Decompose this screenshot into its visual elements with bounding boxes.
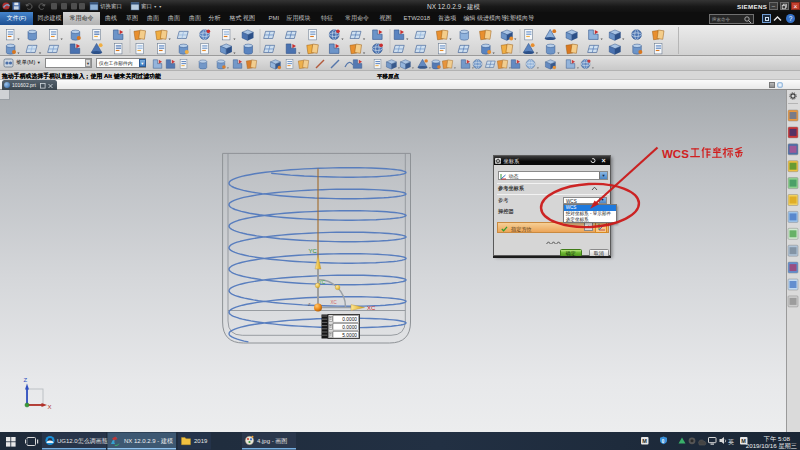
svg-text:YC: YC: [309, 248, 318, 254]
svg-text:0.0000: 0.0000: [342, 325, 357, 330]
svg-text:XC: XC: [367, 305, 376, 311]
svg-text:NX 12.0.2.9 - 建模: NX 12.0.2.9 - 建模: [124, 438, 173, 445]
svg-text:5.0000: 5.0000: [342, 333, 357, 338]
svg-text:4.jpg - 画图: 4.jpg - 画图: [257, 438, 287, 445]
svg-text:Z: Z: [24, 377, 28, 383]
svg-text:2019/10/16 星期三: 2019/10/16 星期三: [746, 442, 797, 449]
svg-text:0.0000: 0.0000: [342, 317, 357, 322]
svg-text:X: X: [48, 404, 52, 410]
svg-text:YC: YC: [319, 279, 326, 285]
svg-text:M: M: [642, 438, 647, 444]
svg-text:下午 5:08: 下午 5:08: [764, 435, 791, 442]
svg-text:Z: Z: [308, 302, 311, 307]
svg-text:2019: 2019: [194, 438, 208, 444]
svg-text:XC: XC: [331, 300, 338, 305]
svg-text:英: 英: [728, 438, 734, 446]
